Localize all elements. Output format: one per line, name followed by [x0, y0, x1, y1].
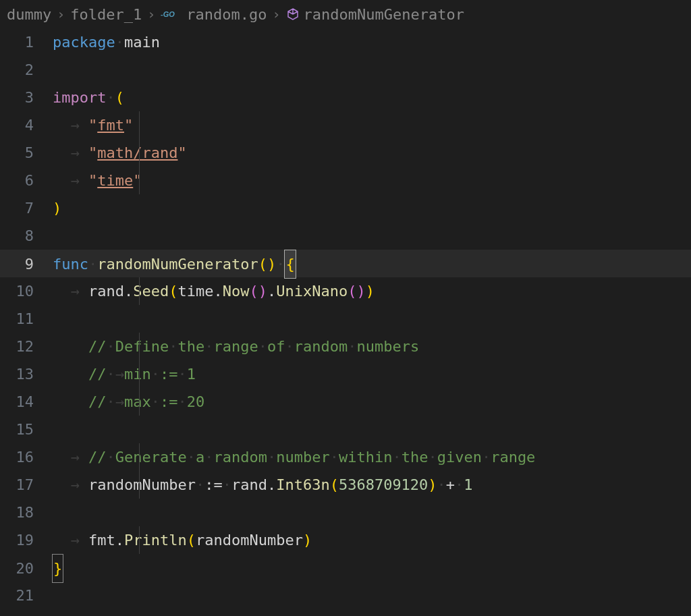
code-line[interactable]: 10 → rand.Seed(time.Now().UnixNano()) [0, 277, 691, 305]
code-line[interactable]: 20 } [0, 554, 691, 582]
code-content: package·main [53, 28, 691, 56]
code-editor[interactable]: 1 package·main 2 3 import·( 4 → "fmt" 5 … [0, 28, 691, 609]
line-number: 15 [0, 416, 53, 443]
breadcrumb-label: dummy [7, 6, 51, 23]
code-content: → //·Generate·a·random·number·within·the… [53, 443, 691, 471]
code-line[interactable]: 8 [0, 222, 691, 250]
line-number: 9 [0, 250, 53, 278]
line-number: 5 [0, 139, 53, 167]
chevron-right-icon: › [147, 6, 155, 22]
breadcrumb-item-root[interactable]: dummy [7, 6, 51, 23]
line-number: 11 [0, 305, 53, 333]
code-line[interactable]: 7 ) [0, 194, 691, 222]
line-number: 14 [0, 388, 53, 416]
code-content: } [53, 554, 691, 583]
code-line-current[interactable]: 9 func·randomNumGenerator()·{ [0, 250, 691, 277]
line-number: 6 [0, 167, 53, 194]
code-line[interactable]: 21 [0, 582, 691, 609]
breadcrumb-item-symbol[interactable]: randomNumGenerator [286, 6, 464, 23]
code-line[interactable]: 12 //·Define·the·range·of·random·numbers [0, 333, 691, 360]
breadcrumb-label: folder_1 [70, 6, 142, 23]
code-line[interactable]: 2 [0, 56, 691, 84]
line-number: 8 [0, 222, 53, 250]
code-line[interactable]: 6 → "time" [0, 167, 691, 194]
breadcrumb: dummy › folder_1 › -GO random.go › rando… [0, 0, 691, 28]
matching-brace: } [52, 554, 63, 583]
code-line[interactable]: 4 → "fmt" [0, 111, 691, 139]
code-line[interactable]: 3 import·( [0, 84, 691, 111]
breadcrumb-label: randomNumGenerator [304, 6, 464, 23]
code-line[interactable]: 14 //·→max·:=·20 [0, 388, 691, 416]
line-number: 16 [0, 443, 53, 471]
code-line[interactable]: 11 [0, 305, 691, 333]
line-number: 10 [0, 277, 53, 305]
cursor: { [284, 250, 296, 279]
breadcrumb-item-folder[interactable]: folder_1 [70, 6, 142, 23]
line-number: 18 [0, 499, 53, 526]
code-content: → rand.Seed(time.Now().UnixNano()) [53, 277, 691, 305]
code-content: → randomNumber·:=·rand.Int63n(5368709120… [53, 471, 691, 499]
code-line[interactable]: 19 → fmt.Println(randomNumber) [0, 526, 691, 554]
code-line[interactable]: 5 → "math/rand" [0, 139, 691, 167]
line-number: 17 [0, 471, 53, 499]
code-content: ) [53, 194, 691, 222]
line-number: 4 [0, 111, 53, 139]
code-line[interactable]: 18 [0, 499, 691, 526]
chevron-right-icon: › [57, 6, 65, 22]
code-line[interactable]: 13 //·→min·:=·1 [0, 360, 691, 388]
line-number: 7 [0, 194, 53, 222]
line-number: 12 [0, 333, 53, 360]
code-content: func·randomNumGenerator()·{ [53, 250, 691, 279]
breadcrumb-label: random.go [186, 6, 267, 23]
code-line[interactable]: 16 → //·Generate·a·random·number·within·… [0, 443, 691, 471]
code-content: → "time" [53, 167, 691, 194]
code-line[interactable]: 1 package·main [0, 28, 691, 56]
code-content: → fmt.Println(randomNumber) [53, 526, 691, 554]
line-number: 21 [0, 582, 53, 609]
code-line[interactable]: 17 → randomNumber·:=·rand.Int63n(5368709… [0, 471, 691, 499]
chevron-right-icon: › [273, 6, 281, 22]
line-number: 19 [0, 526, 53, 554]
code-content: → "math/rand" [53, 139, 691, 167]
code-content: //·→min·:=·1 [53, 360, 691, 388]
breadcrumb-item-file[interactable]: -GO random.go [161, 6, 267, 23]
line-number: 1 [0, 28, 53, 56]
code-content: //·Define·the·range·of·random·numbers [53, 333, 691, 360]
go-file-icon: -GO [161, 9, 182, 19]
symbol-method-icon [286, 7, 300, 21]
line-number: 20 [0, 555, 53, 582]
code-content: //·→max·:=·20 [53, 388, 691, 416]
code-line[interactable]: 15 [0, 416, 691, 443]
code-content: import·( [53, 84, 691, 111]
svg-text:-GO: -GO [161, 10, 175, 18]
line-number: 3 [0, 84, 53, 111]
code-content: → "fmt" [53, 111, 691, 139]
line-number: 2 [0, 56, 53, 84]
line-number: 13 [0, 360, 53, 388]
